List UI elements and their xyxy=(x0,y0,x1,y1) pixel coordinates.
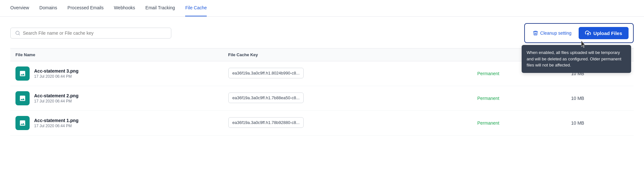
toolbar-right: Cleanup setting Upload Files When enable… xyxy=(524,23,634,43)
nav-item-email-tracking[interactable]: Email Tracking xyxy=(146,0,175,16)
nav-item-file-cache[interactable]: File Cache xyxy=(185,0,207,16)
size-cell-2: 10 MB xyxy=(566,111,634,136)
file-icon-1 xyxy=(15,91,30,105)
col-header-cachekey: File Cache Key xyxy=(223,48,472,61)
cache-key-value-1: ea36f19a.3a0c9ff.h1.7b88ea50-c8... xyxy=(228,92,304,103)
file-icon-0 xyxy=(15,66,30,81)
cache-key-cell-1: ea36f19a.3a0c9ff.h1.7b88ea50-c8... xyxy=(223,86,472,111)
status-badge-2: Permanent xyxy=(477,120,499,126)
image-icon xyxy=(19,119,26,127)
navigation: Overview Domains Processed Emails Webhoo… xyxy=(0,0,644,17)
cache-key-cell-0: ea36f19a.3a0c9ff.h1.8024b990-c8... xyxy=(223,61,472,86)
nav-item-overview[interactable]: Overview xyxy=(10,0,29,16)
nav-item-domains[interactable]: Domains xyxy=(39,0,57,16)
toolbar: Cleanup setting Upload Files When enable… xyxy=(0,17,644,48)
search-input[interactable] xyxy=(23,31,166,36)
cleanup-setting-button[interactable]: Cleanup setting xyxy=(529,28,575,38)
file-date-1: 17 Jul 2020 06:44 PM xyxy=(34,99,79,103)
image-icon xyxy=(19,70,26,77)
tooltip-text: When enabled, all files uploaded will be… xyxy=(527,50,621,67)
status-cell-1: Permanent xyxy=(472,86,566,111)
search-wrapper xyxy=(10,28,171,39)
table-row: Acc-statement 1.png 17 Jul 2020 06:44 PM… xyxy=(10,111,634,136)
nav-item-webhooks[interactable]: Webhooks xyxy=(114,0,135,16)
cache-key-value-2: ea36f19a.3a0c9ff.h1.78b92880-c8... xyxy=(228,117,304,128)
cache-key-value-0: ea36f19a.3a0c9ff.h1.8024b990-c8... xyxy=(228,68,304,78)
status-badge-0: Permanent xyxy=(477,71,499,76)
upload-label: Upload Files xyxy=(593,31,622,36)
file-cell-2: Acc-statement 1.png 17 Jul 2020 06:44 PM xyxy=(10,111,223,136)
file-cell-0: Acc-statement 3.png 17 Jul 2020 06:44 PM xyxy=(10,61,223,86)
file-name-0: Acc-statement 3.png xyxy=(34,68,79,74)
image-icon xyxy=(19,95,26,102)
file-cell-1: Acc-statement 2.png 17 Jul 2020 06:44 PM xyxy=(10,86,223,111)
file-name-2: Acc-statement 1.png xyxy=(34,118,79,123)
svg-line-1 xyxy=(19,34,20,35)
file-icon-2 xyxy=(15,116,30,130)
upload-icon xyxy=(585,30,591,36)
status-cell-2: Permanent xyxy=(472,111,566,136)
file-date-0: 17 Jul 2020 06:44 PM xyxy=(34,74,79,79)
cache-key-cell-2: ea36f19a.3a0c9ff.h1.78b92880-c8... xyxy=(223,111,472,136)
size-cell-1: 10 MB xyxy=(566,86,634,111)
file-size-value-2: 10 MB xyxy=(571,120,584,126)
table-row: Acc-statement 2.png 17 Jul 2020 06:44 PM… xyxy=(10,86,634,111)
file-date-2: 17 Jul 2020 06:44 PM xyxy=(34,124,79,128)
nav-item-processed-emails[interactable]: Processed Emails xyxy=(68,0,104,16)
status-badge-1: Permanent xyxy=(477,96,499,101)
col-header-filename: File Name xyxy=(10,48,223,61)
file-size-value-1: 10 MB xyxy=(571,96,584,101)
search-icon xyxy=(15,31,20,36)
cleanup-icon xyxy=(533,30,538,36)
cleanup-label: Cleanup setting xyxy=(540,31,572,36)
cleanup-tooltip: When enabled, all files uploaded will be… xyxy=(522,45,631,73)
upload-files-button[interactable]: Upload Files xyxy=(579,27,629,39)
file-name-1: Acc-statement 2.png xyxy=(34,93,79,98)
